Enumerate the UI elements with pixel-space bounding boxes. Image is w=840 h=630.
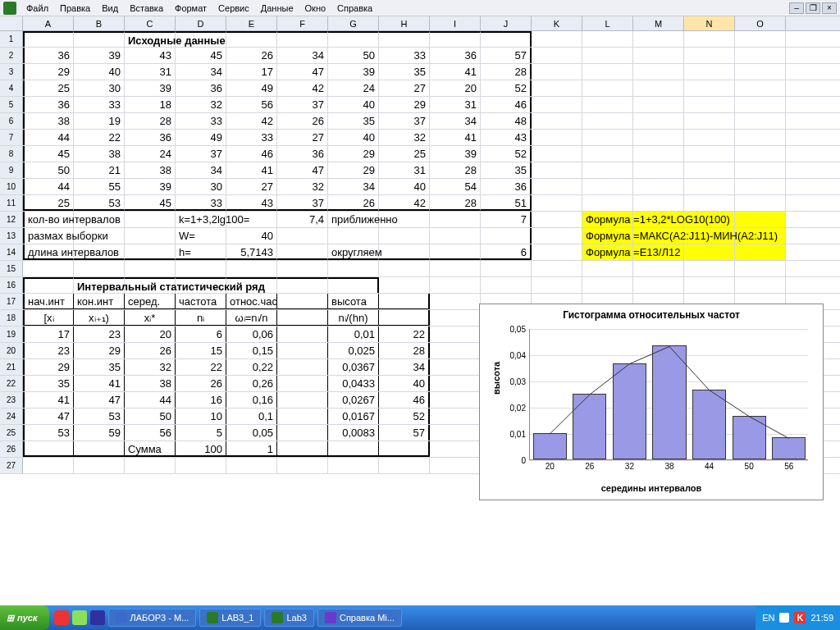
cell[interactable]	[684, 261, 735, 276]
cell[interactable]	[430, 376, 481, 391]
cell[interactable]: 29	[328, 162, 379, 178]
cell[interactable]	[735, 261, 786, 276]
cell[interactable]	[379, 261, 430, 276]
cell[interactable]	[735, 48, 786, 63]
cell[interactable]	[277, 31, 328, 47]
row-header[interactable]: 6	[0, 113, 23, 129]
cell[interactable]: 53	[74, 409, 125, 424]
cell[interactable]: размах выборки	[23, 228, 74, 244]
taskbar-item[interactable]: ЛАБОР3 - М...	[108, 609, 197, 627]
cell[interactable]	[633, 97, 684, 112]
cell[interactable]: 0,26	[226, 376, 277, 391]
cell[interactable]: 45	[176, 48, 226, 63]
row-header[interactable]: 18	[0, 310, 23, 326]
cell[interactable]: 53	[74, 195, 125, 211]
cell[interactable]: 50	[125, 409, 176, 424]
cell[interactable]: 37	[379, 113, 430, 129]
cell[interactable]	[23, 441, 74, 457]
cell[interactable]: Формула =1+3,2*LOG10(100)	[582, 212, 633, 227]
cell[interactable]: ωᵢ=nᵢ/n	[226, 310, 277, 326]
cell[interactable]	[532, 212, 582, 227]
minimize-button[interactable]: –	[789, 2, 804, 14]
cell[interactable]: 35	[23, 376, 74, 391]
cell[interactable]: 27	[379, 80, 430, 96]
cell[interactable]	[633, 277, 684, 293]
cell[interactable]: 29	[379, 97, 430, 112]
cell[interactable]	[125, 458, 176, 473]
cell[interactable]	[684, 130, 735, 145]
cell[interactable]: 28	[430, 162, 481, 178]
cell[interactable]	[430, 212, 481, 227]
cell[interactable]: 34	[430, 113, 481, 129]
cell[interactable]	[176, 458, 226, 473]
cell[interactable]: 37	[277, 195, 328, 211]
cell[interactable]: кон.инт	[74, 294, 125, 309]
cell[interactable]	[379, 458, 430, 473]
cell[interactable]	[430, 326, 481, 342]
cell[interactable]	[735, 130, 786, 145]
cell[interactable]	[481, 31, 532, 47]
cell[interactable]: округляем	[328, 244, 379, 260]
col-header[interactable]: G	[328, 16, 379, 30]
cell[interactable]: 0,0367	[328, 359, 379, 375]
cell[interactable]	[532, 195, 582, 211]
cell[interactable]: 7,4	[277, 212, 328, 227]
cell[interactable]: nᵢ	[176, 310, 226, 326]
cell[interactable]	[532, 31, 582, 47]
cell[interactable]	[328, 458, 379, 473]
cell[interactable]: 39	[125, 80, 176, 96]
cell[interactable]: 56	[125, 425, 176, 441]
cell[interactable]: 18	[125, 97, 176, 112]
cell[interactable]: 29	[328, 146, 379, 162]
cell[interactable]: кол-во интервалов	[23, 212, 74, 227]
row-header[interactable]: 11	[0, 195, 23, 211]
row-header[interactable]: 16	[0, 277, 23, 293]
cell[interactable]: Интервальный статистический ряд	[74, 277, 125, 293]
cell[interactable]: 28	[125, 113, 176, 129]
cell[interactable]	[532, 97, 582, 112]
row-header[interactable]: 4	[0, 80, 23, 96]
cell[interactable]: 45	[125, 195, 176, 211]
cell[interactable]: 50	[328, 48, 379, 63]
col-header[interactable]: H	[379, 16, 430, 30]
cell[interactable]	[582, 179, 633, 194]
cell[interactable]: 36	[23, 97, 74, 112]
cell[interactable]	[735, 162, 786, 178]
cell[interactable]: 33	[379, 48, 430, 63]
cell[interactable]: 36	[277, 146, 328, 162]
cell[interactable]: 36	[176, 80, 226, 96]
cell[interactable]: серед.	[125, 294, 176, 309]
ql-icon[interactable]	[90, 610, 105, 625]
cell[interactable]: 40	[328, 130, 379, 145]
cell[interactable]: 0,0083	[328, 425, 379, 441]
cell[interactable]: 38	[125, 162, 176, 178]
cell[interactable]: 27	[226, 179, 277, 194]
cell[interactable]: 22	[176, 359, 226, 375]
menu-format[interactable]: Формат	[170, 2, 212, 15]
cell[interactable]: 42	[277, 80, 328, 96]
cell[interactable]	[532, 228, 582, 244]
cell[interactable]: 24	[125, 146, 176, 162]
cell[interactable]: 40	[74, 64, 125, 80]
cell[interactable]: приближенно	[328, 212, 379, 227]
cell[interactable]	[176, 261, 226, 276]
cell[interactable]: 52	[481, 146, 532, 162]
row-header[interactable]: 21	[0, 359, 23, 375]
cell[interactable]	[430, 294, 481, 309]
cell[interactable]: 38	[23, 113, 74, 129]
cell[interactable]	[125, 261, 176, 276]
cell[interactable]	[23, 261, 74, 276]
row-header[interactable]: 12	[0, 212, 23, 227]
cell[interactable]: частота	[176, 294, 226, 309]
cell[interactable]	[735, 195, 786, 211]
language-indicator[interactable]: EN	[762, 613, 774, 623]
cell[interactable]: 31	[430, 97, 481, 112]
cell[interactable]: 43	[125, 48, 176, 63]
cell[interactable]	[430, 458, 481, 473]
cell[interactable]: 42	[379, 195, 430, 211]
cell[interactable]: 46	[481, 97, 532, 112]
row-header[interactable]: 9	[0, 162, 23, 178]
cell[interactable]	[328, 277, 379, 293]
cell[interactable]	[430, 228, 481, 244]
cell[interactable]: 26	[226, 48, 277, 63]
